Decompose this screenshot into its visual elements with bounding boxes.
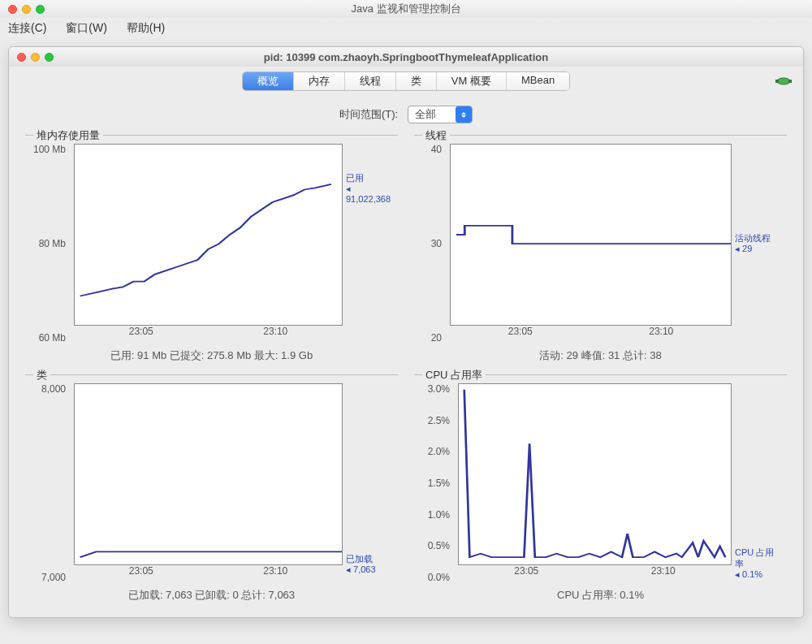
inner-title-bar: pid: 10399 com.zhaoyh.SpringbootThymelea… bbox=[9, 47, 803, 67]
outer-window: Java 监视和管理控制台 连接(C) 窗口(W) 帮助(H) pid: 103… bbox=[0, 0, 812, 644]
menu-connect[interactable]: 连接(C) bbox=[8, 21, 46, 34]
threads-x-axis: 23:05 23:10 bbox=[445, 326, 732, 344]
tab-mbean[interactable]: MBean bbox=[507, 72, 569, 90]
time-range-select[interactable]: 全部 bbox=[408, 106, 473, 123]
threads-series-label: 活动线程 ◂ 29 bbox=[732, 144, 780, 344]
cpu-x-axis: 23:05 23:10 bbox=[453, 565, 732, 583]
inner-window-title: pid: 10399 com.zhaoyh.SpringbootThymelea… bbox=[9, 51, 803, 63]
tab-memory[interactable]: 内存 bbox=[294, 72, 345, 90]
cpu-series-label: CPU 占用率 ◂ 0.1% bbox=[732, 383, 780, 583]
panel-heap-title: 堆内存使用量 bbox=[33, 128, 103, 143]
panel-heap: 堆内存使用量 100 Mb 80 Mb 60 Mb bbox=[25, 135, 398, 366]
heap-status: 已用: 91 Mb 已提交: 275.8 Mb 最大: 1.9 Gb bbox=[32, 344, 391, 366]
menu-help[interactable]: 帮助(H) bbox=[127, 21, 165, 34]
panel-cpu: CPU 占用率 3.0% 2.5% 2.0% 1.5% 1.0% 0.5% 0.… bbox=[414, 374, 787, 606]
inner-window: pid: 10399 com.zhaoyh.SpringbootThymelea… bbox=[8, 46, 804, 618]
time-range-value: 全部 bbox=[415, 107, 436, 122]
threads-chart[interactable] bbox=[450, 144, 732, 326]
classes-y-axis: 8,000 7,000 bbox=[32, 383, 69, 583]
tab-vm[interactable]: VM 概要 bbox=[437, 72, 507, 90]
panel-classes-title: 类 bbox=[33, 368, 50, 383]
svg-point-0 bbox=[777, 78, 790, 84]
connection-status-icon bbox=[775, 76, 792, 87]
outer-window-title: Java 监视和管理控制台 bbox=[0, 2, 812, 16]
panel-threads-title: 线程 bbox=[422, 128, 450, 143]
classes-status: 已加载: 7,063 已卸载: 0 总计: 7,063 bbox=[32, 583, 391, 606]
panel-threads: 线程 40 30 20 bbox=[414, 135, 787, 366]
chevron-updown-icon bbox=[456, 106, 472, 123]
panel-classes: 类 8,000 7,000 bbox=[25, 374, 398, 606]
time-range-label: 时间范围(T): bbox=[339, 107, 398, 122]
classes-x-axis: 23:05 23:10 bbox=[69, 565, 343, 583]
menubar: 连接(C) 窗口(W) 帮助(H) bbox=[0, 18, 812, 38]
svg-rect-2 bbox=[788, 80, 792, 83]
threads-y-axis: 40 30 20 bbox=[421, 144, 445, 344]
outer-title-bar: Java 监视和管理控制台 bbox=[0, 0, 812, 18]
threads-status: 活动: 29 峰值: 31 总计: 38 bbox=[421, 344, 780, 366]
tab-threads[interactable]: 线程 bbox=[345, 72, 396, 90]
chart-grid: 堆内存使用量 100 Mb 80 Mb 60 Mb bbox=[9, 130, 803, 617]
body: pid: 10399 com.zhaoyh.SpringbootThymelea… bbox=[0, 38, 812, 634]
menu-window[interactable]: 窗口(W) bbox=[66, 21, 107, 34]
cpu-status: CPU 占用率: 0.1% bbox=[421, 583, 780, 606]
svg-rect-1 bbox=[775, 80, 779, 83]
tab-overview[interactable]: 概览 bbox=[243, 72, 294, 90]
cpu-chart[interactable] bbox=[458, 383, 732, 565]
cpu-y-axis: 3.0% 2.5% 2.0% 1.5% 1.0% 0.5% 0.0% bbox=[421, 383, 453, 583]
toolbar: 概览 内存 线程 类 VM 概要 MBean bbox=[9, 67, 803, 94]
time-range-row: 时间范围(T): 全部 bbox=[9, 94, 803, 130]
tab-classes[interactable]: 类 bbox=[396, 72, 437, 90]
heap-chart[interactable] bbox=[74, 144, 343, 326]
heap-x-axis: 23:05 23:10 bbox=[69, 326, 343, 344]
classes-chart[interactable] bbox=[74, 383, 343, 565]
tab-bar: 概览 内存 线程 类 VM 概要 MBean bbox=[242, 71, 570, 91]
panel-cpu-title: CPU 占用率 bbox=[422, 368, 486, 383]
classes-series-label: 已加载 ◂ 7,063 bbox=[343, 383, 391, 583]
heap-series-label: 已用 ◂ 91,022,368 bbox=[343, 144, 391, 344]
heap-y-axis: 100 Mb 80 Mb 60 Mb bbox=[32, 144, 69, 344]
